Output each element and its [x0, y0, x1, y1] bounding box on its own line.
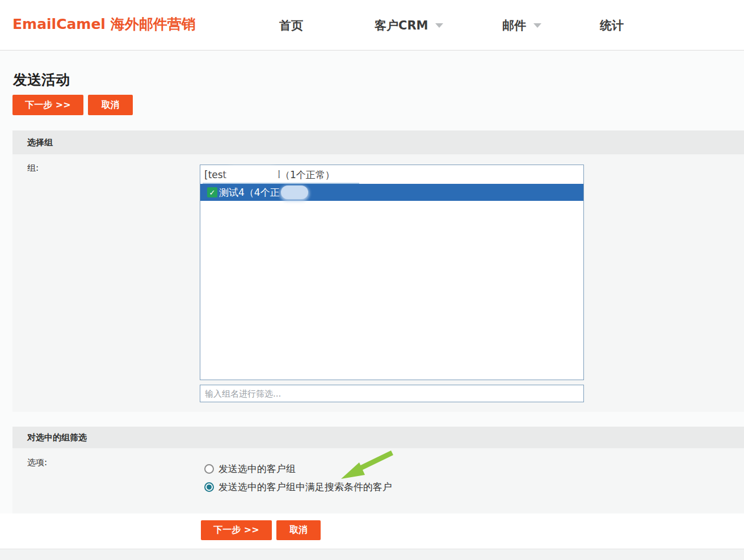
filter-section-header: 对选中的组筛选	[12, 427, 744, 448]
option-send-selected-groups[interactable]: 发送选中的客户组	[204, 462, 296, 475]
select-group-section-header: 选择组	[12, 130, 744, 154]
cancel-button-bottom[interactable]: 取消	[276, 520, 321, 540]
redaction-blur	[228, 169, 276, 180]
bottom-action-bar	[0, 513, 744, 549]
top-navbar: EmailCamel 海外邮件营销 首页 客户CRM 邮件 统计	[0, 0, 744, 50]
filter-section-title: 对选中的组筛选	[27, 432, 87, 443]
next-step-button-top[interactable]: 下一步 >>	[12, 95, 83, 115]
select-group-section-title: 选择组	[27, 137, 53, 148]
option-label: 发送选中的客户组	[218, 462, 296, 475]
group-item-text: 测试4（4个正	[219, 186, 280, 199]
option-field-label: 选项:	[27, 457, 47, 468]
nav-mail-label: 邮件	[502, 18, 526, 33]
group-field-label: 组:	[27, 163, 39, 174]
nav-stats-label: 统计	[600, 18, 624, 33]
page-footer	[0, 549, 744, 560]
check-icon: ✓	[207, 187, 217, 197]
brand-logo[interactable]: EmailCamel 海外邮件营销	[12, 15, 196, 33]
redaction-blur	[281, 186, 308, 199]
nav-item-home[interactable]: 首页	[279, 18, 303, 33]
radio-checked-icon[interactable]	[204, 482, 214, 492]
group-filter-input[interactable]	[200, 385, 584, 402]
group-list-item-selected[interactable]: ✓ 测试4（4个正	[200, 184, 583, 201]
cancel-button-top[interactable]: 取消	[88, 95, 133, 115]
group-listbox[interactable]: [testl（1个正常） ✓ 测试4（4个正	[200, 165, 584, 380]
annotation-arrow	[332, 449, 396, 488]
group-list-item[interactable]: [testl（1个正常）	[200, 165, 583, 184]
group-item-text-prefix: [test	[204, 169, 226, 180]
nav-home-label: 首页	[279, 18, 303, 33]
chevron-down-icon	[435, 23, 443, 28]
nav-item-crm[interactable]: 客户CRM	[375, 18, 443, 33]
page-title: 发送活动	[13, 70, 70, 89]
nav-item-mail[interactable]: 邮件	[502, 18, 541, 33]
radio-unchecked-icon[interactable]	[204, 464, 214, 474]
group-item-text-suffix: l（1个正常）	[278, 169, 335, 180]
nav-crm-label: 客户CRM	[375, 18, 428, 33]
nav-item-stats[interactable]: 统计	[600, 18, 624, 33]
next-step-button-bottom[interactable]: 下一步 >>	[201, 520, 272, 540]
chevron-down-icon	[533, 23, 541, 28]
